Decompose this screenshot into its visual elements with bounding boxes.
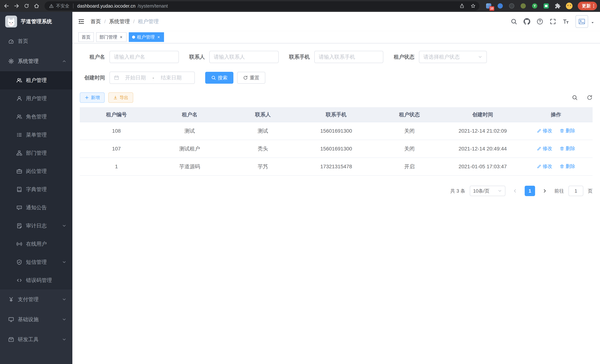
extension-blue-icon[interactable]	[496, 2, 504, 10]
extension-green-square-icon[interactable]	[542, 2, 550, 10]
chat-icon	[16, 205, 22, 211]
extension-green-circle-icon[interactable]: Y	[531, 2, 539, 10]
col-contact: 联系人	[226, 107, 300, 122]
trash-icon	[560, 128, 564, 133]
sidebar-item-post[interactable]: 岗位管理	[0, 162, 72, 180]
sidebar-item-home[interactable]: 首页	[0, 31, 72, 51]
edit-button[interactable]: 修改	[537, 145, 552, 152]
tab-dept[interactable]: 部门管理 ×	[96, 32, 127, 42]
table-header-row: 租户编号 租户名 联系人 联系手机 租户状态 创建时间 操作	[80, 107, 593, 122]
edit-button[interactable]: 修改	[537, 127, 552, 134]
browser-home-button[interactable]	[32, 1, 42, 11]
sidebar-item-sms[interactable]: 短信管理	[0, 253, 72, 271]
phone-input[interactable]	[319, 54, 379, 60]
browser-reload-button[interactable]	[21, 1, 32, 11]
browser-back-button[interactable]	[1, 1, 11, 11]
table-row: 108 测试 测试 15601691300 关闭 2021-12-14 21:0…	[80, 122, 593, 140]
extension-badged-icon[interactable]: 10	[485, 2, 493, 10]
goto-page-input[interactable]	[568, 186, 583, 196]
trash-icon	[560, 146, 564, 151]
shield-icon	[16, 259, 22, 265]
breadcrumb-home[interactable]: 首页	[91, 18, 101, 25]
sidebar-item-system[interactable]: 系统管理	[0, 51, 72, 71]
refresh-table-button[interactable]	[587, 95, 593, 101]
date-end-input[interactable]	[157, 75, 185, 81]
sidebar-item-online-user[interactable]: 在线用户	[0, 235, 72, 253]
url-domain: dashboard.yudao.iocoder.cn	[77, 3, 135, 9]
address-bar[interactable]: 不安全 dashboard.yudao.iocoder.cn/system/te…	[45, 1, 479, 10]
next-page-button[interactable]	[540, 186, 550, 196]
bookmark-star-button[interactable]	[469, 1, 478, 10]
tab-home[interactable]: 首页	[78, 32, 94, 42]
user-menu-caret[interactable]	[591, 19, 594, 26]
sidebar-item-role[interactable]: 角色管理	[0, 108, 72, 126]
goto-prefix: 前往	[554, 188, 564, 194]
search-icon	[211, 75, 216, 80]
search-button[interactable]: 搜索	[205, 72, 233, 84]
toggle-search-button[interactable]	[572, 95, 578, 101]
user-icon	[16, 95, 22, 102]
prev-page-button[interactable]	[510, 186, 520, 196]
status-select[interactable]: 请选择租户状态	[419, 51, 487, 63]
briefcase-icon	[16, 168, 22, 174]
delete-button[interactable]: 删除	[560, 127, 575, 134]
browser-forward-button[interactable]	[11, 1, 21, 11]
sidebar-item-dev-tools[interactable]: 研发工具	[0, 329, 72, 350]
extensions-puzzle-button[interactable]	[554, 2, 562, 10]
update-label: 更新	[582, 3, 591, 9]
breadcrumb-system[interactable]: 系统管理	[109, 18, 130, 25]
sidebar-item-error-code[interactable]: 错误码管理	[0, 271, 72, 289]
font-size-button[interactable]	[562, 18, 569, 25]
date-start-input[interactable]	[121, 75, 150, 81]
trash-icon	[560, 164, 564, 169]
sidebar-item-tenant[interactable]: 租户管理	[0, 71, 72, 89]
sidebar-item-pay[interactable]: 支付管理	[0, 289, 72, 309]
col-phone: 联系手机	[300, 107, 373, 122]
date-range-picker[interactable]: -	[110, 72, 195, 84]
security-label: 不安全	[56, 3, 69, 9]
page-size-select[interactable]: 10条/页	[470, 186, 505, 196]
github-link[interactable]	[524, 18, 530, 25]
sidebar-item-audit-log[interactable]: 审计日志	[0, 217, 72, 235]
edit-icon	[537, 128, 542, 133]
font-size-icon	[562, 18, 569, 25]
top-header: 首页 / 系统管理 / 租户管理	[72, 12, 600, 31]
users-icon	[16, 114, 22, 120]
page-number-1[interactable]: 1	[525, 186, 535, 196]
sidebar-item-dept[interactable]: 部门管理	[0, 144, 72, 162]
header-search-button[interactable]	[511, 18, 517, 25]
contact-input[interactable]	[214, 54, 274, 60]
org-tree-icon	[16, 150, 22, 156]
sidebar-collapse-button[interactable]	[78, 18, 84, 25]
sidebar-item-notice[interactable]: 通知公告	[0, 198, 72, 217]
delete-button[interactable]: 删除	[560, 163, 575, 169]
export-button[interactable]: 导出	[108, 92, 133, 103]
tab-tenant[interactable]: 租户管理 ×	[129, 32, 164, 42]
edit-button[interactable]: 修改	[537, 163, 552, 169]
sidebar-item-menu[interactable]: 菜单管理	[0, 126, 72, 144]
user-avatar[interactable]	[575, 15, 588, 28]
browser-update-menu-button[interactable]: 更新	[578, 2, 597, 10]
fullscreen-button[interactable]	[550, 18, 556, 25]
chevron-down-icon	[62, 317, 66, 322]
app-logo[interactable]: 芋道管理系统	[0, 12, 72, 31]
sidebar-item-user[interactable]: 用户管理	[0, 89, 72, 108]
extension-dark-icon[interactable]	[508, 2, 516, 10]
col-created: 创建时间	[446, 107, 519, 122]
share-button[interactable]	[458, 1, 466, 10]
profile-avatar[interactable]	[565, 2, 573, 10]
docs-help-button[interactable]	[536, 18, 543, 25]
tenant-name-input[interactable]	[114, 54, 174, 60]
chevron-down-icon	[62, 260, 66, 264]
header-actions	[511, 15, 594, 28]
sidebar-item-dict[interactable]: 字典管理	[0, 180, 72, 198]
app-title: 芋道管理系统	[21, 18, 52, 25]
sidebar-item-infra[interactable]: 基础设施	[0, 309, 72, 329]
close-icon[interactable]: ×	[157, 35, 161, 40]
close-icon[interactable]: ×	[119, 35, 123, 40]
calendar-icon	[114, 75, 119, 80]
add-button[interactable]: 新增	[80, 92, 105, 103]
extension-olive-icon[interactable]	[519, 2, 527, 10]
reset-button[interactable]: 重置	[237, 72, 265, 84]
delete-button[interactable]: 删除	[560, 145, 575, 152]
